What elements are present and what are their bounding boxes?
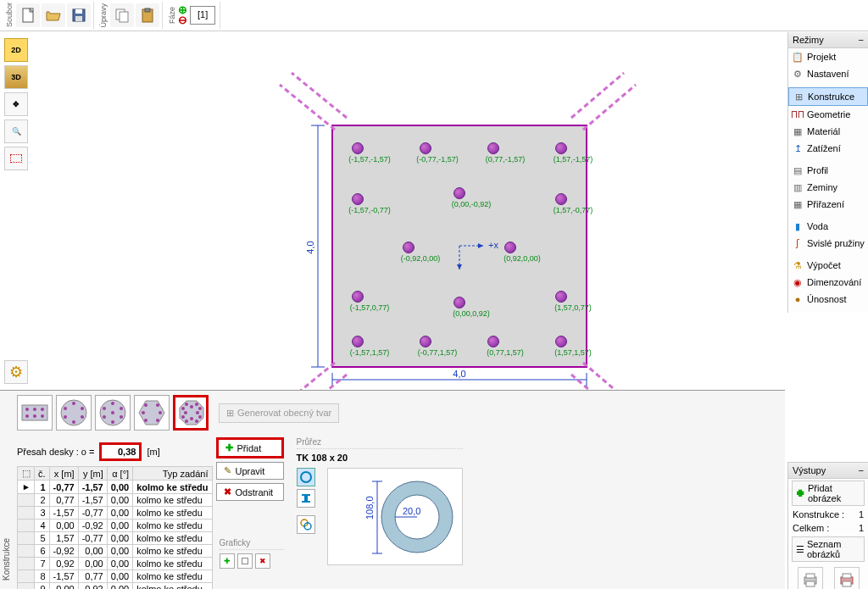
mode-item-nosnost[interactable]: ●Únosnost: [788, 291, 868, 308]
svg-rect-7: [145, 8, 150, 12]
section-header: Průřez: [297, 437, 463, 449]
edit-pile-button[interactable]: ✎Upravit: [216, 462, 284, 480]
shape-rect-button[interactable]: [17, 395, 53, 431]
svg-point-46: [72, 420, 75, 424]
table-row[interactable]: 51,57-0,770,00kolmo ke středu: [18, 532, 213, 545]
print-1-button[interactable]: [798, 567, 823, 589]
pile-point[interactable]: [352, 291, 364, 303]
pile-point[interactable]: [352, 336, 364, 347]
mode-item-geometrie[interactable]: ΠΠGeometrie: [788, 106, 868, 123]
table-row[interactable]: 3-1,57-0,770,00kolmo ke středu: [18, 507, 213, 520]
overhang-unit: [m]: [147, 447, 159, 457]
table-row[interactable]: 20,77-1,570,00kolmo ke středu: [18, 494, 213, 507]
shape-octagon-button[interactable]: [173, 395, 209, 431]
pile-point[interactable]: [453, 187, 465, 199]
graf-btn-1[interactable]: ✚: [220, 553, 235, 569]
table-row[interactable]: ▸1-0,77-1,570,00kolmo ke středu: [18, 481, 213, 494]
settings-gear-button[interactable]: ⚙: [4, 360, 28, 384]
svg-point-51: [111, 402, 114, 405]
svg-point-50: [111, 411, 114, 414]
pile-point[interactable]: [487, 142, 499, 154]
pile-point[interactable]: [555, 291, 567, 303]
save-file-button[interactable]: [67, 3, 91, 27]
mode-item-voda[interactable]: ▮Voda: [788, 218, 868, 235]
shape-circle-button[interactable]: [56, 395, 92, 431]
new-file-button[interactable]: [16, 3, 40, 27]
shape-circle2-button[interactable]: [95, 395, 131, 431]
mode-item-zeminy[interactable]: ▥Zeminy: [788, 179, 868, 196]
mode-item-projekt[interactable]: 📋Projekt: [788, 48, 868, 65]
phase-remove-icon[interactable]: ⊖: [178, 15, 187, 25]
pile-point[interactable]: [420, 336, 431, 347]
pile-point[interactable]: [555, 142, 567, 154]
table-row[interactable]: 90,000,920,00kolmo ke středu: [18, 583, 213, 590]
group-label-faze: Fáze: [166, 7, 178, 24]
mode-item-konstrukce[interactable]: ⊞Konstrukce: [788, 87, 868, 106]
svg-point-55: [103, 415, 106, 419]
mode-item-dimenzovn[interactable]: ◉Dimenzování: [788, 274, 868, 291]
add-image-button[interactable]: 🞦Přidat obrázek: [792, 481, 865, 506]
section-circle-button[interactable]: [297, 468, 315, 486]
svg-point-63: [142, 411, 145, 414]
overhang-input[interactable]: 0,38: [99, 442, 142, 461]
outputs-header: Výstupy: [793, 465, 826, 475]
image-list-button[interactable]: ☰Seznam obrázků: [792, 536, 865, 562]
pan-button[interactable]: ✥: [4, 92, 28, 116]
svg-rect-2: [75, 9, 82, 14]
selection-button[interactable]: [4, 147, 28, 170]
pile-point[interactable]: [453, 297, 465, 308]
mode-item-piazen[interactable]: ▦Přiřazení: [788, 196, 868, 213]
copy-button[interactable]: [110, 3, 134, 27]
table-row[interactable]: 70,920,000,00kolmo ke středu: [18, 558, 213, 570]
svg-rect-30: [806, 574, 815, 578]
add-pile-button[interactable]: ✚Přidat: [216, 437, 284, 458]
pile-point[interactable]: [487, 336, 499, 347]
svg-point-70: [185, 420, 188, 423]
section-ibeam-button[interactable]: [297, 489, 315, 508]
pile-point[interactable]: [403, 242, 415, 253]
pile-point[interactable]: [555, 336, 567, 347]
svg-text:4,0: 4,0: [305, 241, 315, 253]
remove-pile-button[interactable]: ✖Odstranit: [216, 483, 284, 501]
shape-hexagon-button[interactable]: [134, 395, 170, 431]
drawing-canvas[interactable]: 4,0 4,0 +x (-1,57,-1,57)(-0,77,-1,57)(0,…: [34, 34, 783, 390]
modes-panel: Režimy− 📋Projekt⚙Nastavení⊞KonstrukceΠΠG…: [787, 32, 868, 313]
graficky-label: Graficky: [220, 538, 284, 550]
graf-btn-3[interactable]: ✖: [255, 553, 270, 569]
generate-shape-button[interactable]: ⊞Generovat obecný tvar: [219, 403, 339, 423]
mode-item-svislpruiny[interactable]: ʃSvislé pružiny: [788, 235, 868, 252]
svg-text:20,0: 20,0: [403, 506, 420, 516]
zoom-button[interactable]: 🔍: [4, 119, 28, 143]
view-2d-button[interactable]: 2D: [4, 38, 28, 62]
pile-table[interactable]: ⬚č.x [m]y [m]α [°]Typ zadání ▸1-0,77-1,5…: [17, 466, 213, 589]
svg-point-68: [198, 415, 202, 419]
table-row[interactable]: 40,00-0,920,00kolmo ke středu: [18, 520, 213, 532]
modes-collapse-icon[interactable]: −: [859, 35, 864, 45]
paste-button[interactable]: [136, 3, 159, 27]
left-tool-strip: 2D 3D ✥ 🔍: [4, 38, 30, 170]
mode-item-vpoet[interactable]: ⚗Výpočet: [788, 257, 868, 274]
graf-btn-2[interactable]: [237, 553, 253, 569]
mode-item-profil[interactable]: ▤Profil: [788, 162, 868, 179]
open-file-button[interactable]: [42, 3, 65, 27]
outputs-collapse-icon[interactable]: −: [859, 465, 864, 475]
pile-point[interactable]: [352, 142, 364, 154]
view-3d-button[interactable]: 3D: [4, 65, 28, 89]
svg-point-45: [81, 415, 84, 419]
pile-label: (-1,57,0,77): [350, 303, 390, 312]
pile-point[interactable]: [420, 142, 431, 154]
print-2-button[interactable]: [834, 567, 860, 589]
mode-item-nastaven[interactable]: ⚙Nastavení: [788, 65, 868, 82]
mode-item-zaten[interactable]: ↥Zatížení: [788, 140, 868, 157]
phase-tab-1[interactable]: [1]: [190, 6, 215, 25]
table-row[interactable]: 8-1,570,770,00kolmo ke středu: [18, 570, 213, 583]
mode-item-materil[interactable]: ▦Materiál: [788, 123, 868, 140]
svg-point-38: [41, 408, 44, 411]
svg-point-76: [184, 411, 187, 414]
section-double-button[interactable]: [297, 515, 315, 534]
group-label-upravy: Úpravy: [97, 3, 109, 28]
pile-point[interactable]: [504, 242, 516, 253]
pile-point[interactable]: [555, 193, 567, 205]
pile-point[interactable]: [352, 193, 364, 205]
table-row[interactable]: 6-0,920,000,00kolmo ke středu: [18, 545, 213, 558]
